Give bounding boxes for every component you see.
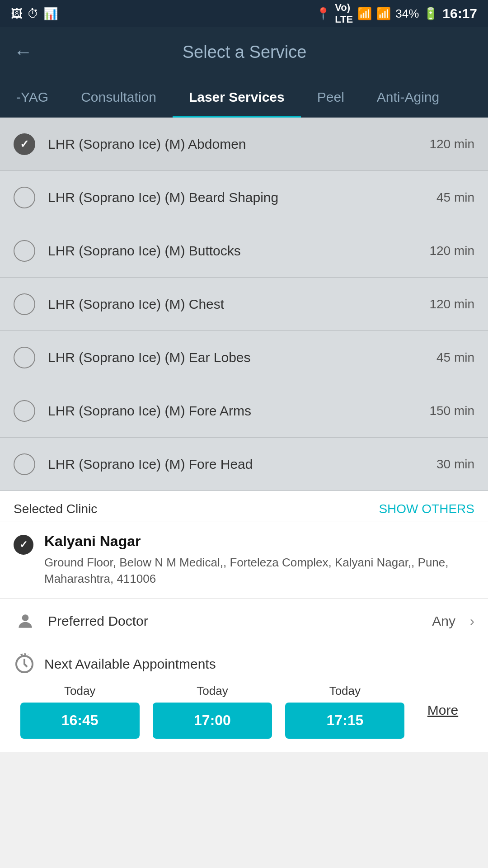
- slot-group: Today 17:00: [146, 684, 278, 739]
- service-list: LHR (Soprano Ice) (M) Abdomen 120 min LH…: [0, 118, 488, 491]
- service-name: LHR (Soprano Ice) (M) Buttocks: [48, 243, 417, 259]
- radio-unselected: [14, 347, 35, 368]
- service-item[interactable]: LHR (Soprano Ice) (M) Fore Head 30 min: [0, 438, 488, 491]
- radio-unselected: [14, 240, 35, 262]
- radio-unselected: [14, 453, 35, 475]
- slot-button-3[interactable]: 17:15: [285, 703, 404, 739]
- tab-laser-services[interactable]: Laser Services: [173, 77, 301, 118]
- radio-unselected: [14, 293, 35, 315]
- service-duration: 30 min: [436, 457, 474, 472]
- clinic-header: Selected Clinic SHOW OTHERS: [0, 491, 488, 522]
- chart-icon: 📊: [43, 7, 58, 21]
- status-icons-left: 🖼 ⏱ 📊: [11, 7, 58, 21]
- service-name: LHR (Soprano Ice) (M) Chest: [48, 297, 417, 312]
- radio-unselected: [14, 400, 35, 422]
- signal-icon: 📶: [376, 7, 391, 21]
- service-duration: 45 min: [436, 350, 474, 365]
- service-item[interactable]: LHR (Soprano Ice) (M) Chest 120 min: [0, 278, 488, 331]
- more-container: More: [411, 684, 474, 724]
- tab-bar: -YAG Consultation Laser Services Peel An…: [0, 77, 488, 118]
- service-name: LHR (Soprano Ice) (M) Fore Arms: [48, 403, 417, 419]
- selected-clinic-label: Selected Clinic: [14, 502, 97, 516]
- page-title: Select a Service: [42, 42, 447, 62]
- preferred-doctor-value: Any: [432, 613, 455, 629]
- slot-day: Today: [197, 684, 228, 698]
- radio-unselected: [14, 187, 35, 208]
- appointments-header: Next Available Appointments: [14, 653, 474, 675]
- wifi-icon: 📶: [357, 7, 372, 21]
- clinic-selected-icon: ✓: [14, 535, 33, 555]
- battery-icon: 🔋: [423, 7, 438, 21]
- slot-group: Today 17:15: [279, 684, 411, 739]
- tab-yag[interactable]: -YAG: [0, 77, 65, 118]
- service-duration: 120 min: [429, 297, 474, 311]
- service-duration: 120 min: [429, 137, 474, 151]
- slot-day: Today: [64, 684, 95, 698]
- chevron-right-icon: ›: [470, 613, 474, 629]
- service-duration: 45 min: [436, 190, 474, 205]
- service-name: LHR (Soprano Ice) (M) Fore Head: [48, 457, 424, 472]
- tab-antiaging[interactable]: Anti-Aging: [361, 77, 455, 118]
- slot-group: Today 16:45: [14, 684, 146, 739]
- svg-point-0: [22, 614, 29, 621]
- clinic-info: ✓ Kalyani Nagar Ground Floor, Below N M …: [0, 522, 488, 599]
- status-bar: 🖼 ⏱ 📊 📍 Vo)LTE 📶 📶 34% 🔋 16:17: [0, 0, 488, 27]
- slot-button-1[interactable]: 16:45: [20, 703, 140, 739]
- service-item[interactable]: LHR (Soprano Ice) (M) Abdomen 120 min: [0, 118, 488, 171]
- preferred-doctor-label: Preferred Doctor: [48, 613, 421, 629]
- location-icon: 📍: [316, 7, 330, 21]
- tab-peel[interactable]: Peel: [301, 77, 361, 118]
- appointments-section: Next Available Appointments Today 16:45 …: [0, 644, 488, 752]
- clinic-details: Kalyani Nagar Ground Floor, Below N M Me…: [44, 533, 474, 587]
- preferred-doctor-row[interactable]: Preferred Doctor Any ›: [0, 599, 488, 644]
- lte-icon: Vo)LTE: [335, 2, 353, 25]
- service-name: LHR (Soprano Ice) (M) Ear Lobes: [48, 350, 424, 365]
- service-item[interactable]: LHR (Soprano Ice) (M) Buttocks 120 min: [0, 224, 488, 278]
- bottom-panel: Selected Clinic SHOW OTHERS ✓ Kalyani Na…: [0, 491, 488, 752]
- service-name: LHR (Soprano Ice) (M) Beard Shaping: [48, 190, 424, 205]
- clock-display: 16:17: [442, 6, 477, 21]
- slot-day: Today: [329, 684, 361, 698]
- service-duration: 150 min: [429, 404, 474, 418]
- tab-consultation[interactable]: Consultation: [65, 77, 173, 118]
- appointments-label: Next Available Appointments: [44, 656, 216, 672]
- service-item[interactable]: LHR (Soprano Ice) (M) Fore Arms 150 min: [0, 384, 488, 438]
- back-button[interactable]: ←: [14, 42, 33, 61]
- status-icons-right: 📍 Vo)LTE 📶 📶 34% 🔋 16:17: [316, 2, 477, 25]
- service-name: LHR (Soprano Ice) (M) Abdomen: [48, 137, 417, 152]
- clinic-address: Ground Floor, Below N M Medical,, Fortel…: [44, 554, 474, 587]
- clinic-name: Kalyani Nagar: [44, 533, 474, 550]
- header: ← Select a Service: [0, 27, 488, 77]
- service-item[interactable]: LHR (Soprano Ice) (M) Ear Lobes 45 min: [0, 331, 488, 384]
- gallery-icon: 🖼: [11, 7, 23, 21]
- doctor-icon: [14, 609, 37, 633]
- appointments-clock-icon: [14, 653, 35, 675]
- show-others-button[interactable]: SHOW OTHERS: [379, 502, 474, 516]
- clock-status-icon: ⏱: [27, 7, 39, 21]
- slot-button-2[interactable]: 17:00: [153, 703, 272, 739]
- service-duration: 120 min: [429, 244, 474, 258]
- service-item[interactable]: LHR (Soprano Ice) (M) Beard Shaping 45 m…: [0, 171, 488, 224]
- battery-level: 34%: [395, 7, 419, 21]
- radio-selected: [14, 133, 35, 155]
- appointment-slots: Today 16:45 Today 17:00 Today 17:15 More: [14, 684, 474, 752]
- more-button[interactable]: More: [427, 703, 458, 722]
